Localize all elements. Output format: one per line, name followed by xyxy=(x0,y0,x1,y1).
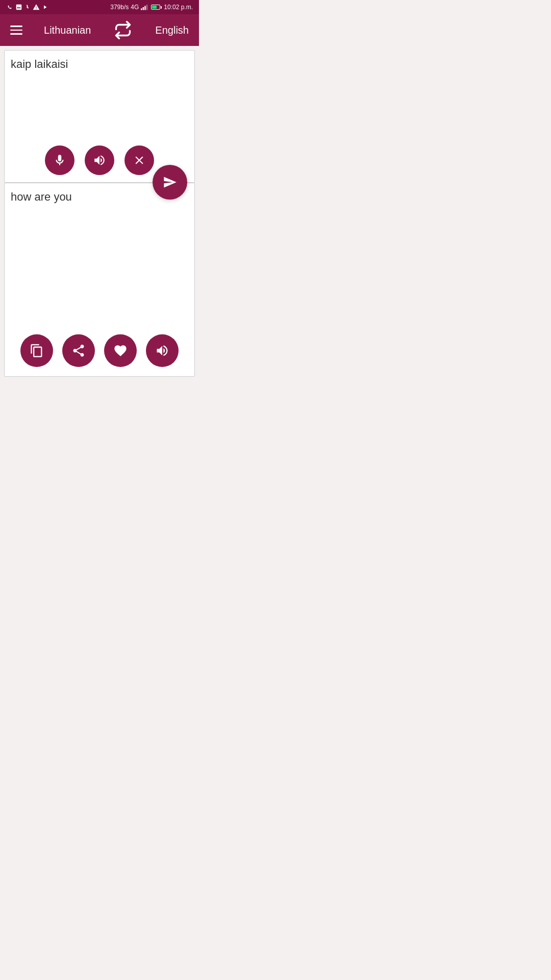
svg-rect-3 xyxy=(146,5,147,10)
image-icon xyxy=(15,4,22,11)
menu-button[interactable] xyxy=(10,26,22,35)
svg-rect-2 xyxy=(144,6,145,10)
svg-rect-0 xyxy=(141,8,142,10)
time-display: 10:02 p.m. xyxy=(164,4,193,11)
network-type: 4G xyxy=(131,4,139,11)
heart-icon xyxy=(113,344,128,358)
battery-indicator xyxy=(151,5,162,10)
speaker-icon xyxy=(93,154,106,167)
network-speed: 379b/s xyxy=(110,4,129,11)
hamburger-line-2 xyxy=(10,30,22,31)
hamburger-line-1 xyxy=(10,26,22,27)
source-text-input[interactable] xyxy=(11,58,188,119)
output-section: how are you xyxy=(4,183,195,377)
favorite-button[interactable] xyxy=(104,334,137,367)
output-controls xyxy=(5,334,194,367)
clear-button[interactable] xyxy=(124,145,154,175)
volume-icon xyxy=(155,344,169,358)
status-right-info: 379b/s 4G 10:02 p.m. xyxy=(110,4,193,11)
clear-icon xyxy=(133,154,146,167)
translate-button[interactable] xyxy=(153,165,187,200)
speaker-output-button[interactable] xyxy=(146,334,179,367)
input-section xyxy=(4,50,195,183)
microphone-button[interactable] xyxy=(45,145,74,175)
whatsapp-icon xyxy=(6,4,13,11)
microphone-icon xyxy=(53,154,66,167)
swap-languages-button[interactable] xyxy=(112,19,134,41)
share-icon xyxy=(71,344,86,358)
svg-rect-1 xyxy=(143,7,144,10)
hamburger-line-3 xyxy=(10,33,22,35)
copy-icon xyxy=(30,344,44,358)
target-language-label[interactable]: English xyxy=(155,24,189,36)
warning-icon xyxy=(33,4,40,11)
play-icon xyxy=(42,4,48,11)
signal-icon xyxy=(141,4,149,10)
app-header: Lithuanian English xyxy=(0,14,199,46)
swap-icon xyxy=(114,21,132,39)
status-bar: 379b/s 4G 10:02 p.m. xyxy=(0,0,199,14)
send-icon xyxy=(163,175,177,189)
status-left-icons xyxy=(6,4,48,11)
copy-button[interactable] xyxy=(20,334,53,367)
speaker-input-button[interactable] xyxy=(85,145,114,175)
source-language-label[interactable]: Lithuanian xyxy=(44,24,91,36)
share-button[interactable] xyxy=(62,334,95,367)
usb-icon xyxy=(24,4,31,11)
